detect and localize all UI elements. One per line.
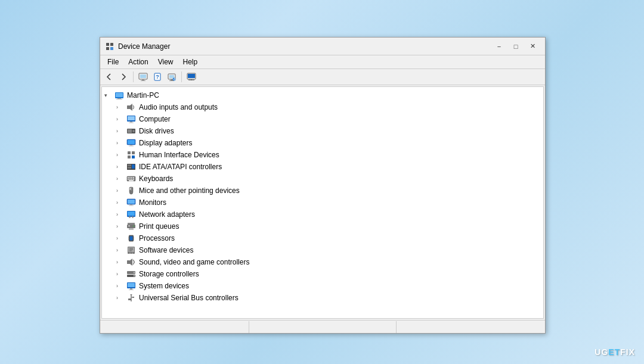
tree-item-monitors[interactable]: › Monitors: [114, 197, 543, 209]
watermark-prefix: UG: [595, 347, 608, 357]
tree-item-keyboard[interactable]: ›: [114, 173, 543, 185]
svg-rect-17: [188, 74, 195, 78]
root-label: Martin-PC: [127, 91, 159, 99]
tree-item-hid[interactable]: › Human Interface Devices: [114, 149, 543, 161]
svg-text:?: ?: [156, 74, 159, 80]
tree-item-ide[interactable]: › IDE ATA/ATAPI controllers: [114, 161, 543, 173]
tree-item-processor[interactable]: ›: [114, 232, 543, 244]
processor-icon: [126, 234, 137, 243]
svg-rect-54: [129, 181, 134, 182]
svg-rect-58: [128, 200, 135, 204]
tree-item-system[interactable]: › System devices: [114, 280, 543, 292]
toolbar-separator-2: [181, 71, 182, 82]
svg-rect-37: [128, 151, 131, 154]
storage-label: Storage controllers: [139, 270, 199, 278]
menu-view[interactable]: View: [153, 57, 178, 67]
svg-rect-39: [128, 155, 131, 158]
tree-root-node[interactable]: ▾ Martin-PC: [102, 89, 543, 101]
svg-rect-56: [130, 188, 131, 190]
svg-rect-30: [128, 129, 132, 133]
display-label: Display adapters: [139, 139, 192, 147]
keyboard-icon: [126, 174, 137, 183]
usb-expand-arrow: ›: [116, 295, 126, 301]
content-area: ▾ Martin-PC ›: [101, 86, 544, 319]
title-bar: Device Manager − □ ✕: [100, 38, 545, 55]
sound-icon: [126, 257, 137, 267]
svg-rect-73: [130, 237, 133, 241]
window-controls: − □ ✕: [491, 41, 540, 52]
audio-expand-arrow: ›: [116, 104, 126, 110]
svg-point-97: [134, 275, 135, 276]
svg-rect-26: [128, 116, 135, 120]
svg-point-71: [133, 226, 134, 227]
scan-hardware-button[interactable]: ↺: [165, 70, 178, 83]
processor-label: Processors: [139, 234, 175, 242]
tree-item-print[interactable]: › Print queues: [114, 220, 543, 232]
usb-icon: [126, 293, 137, 303]
svg-rect-60: [129, 206, 134, 206]
device-manager-window: Device Manager − □ ✕ File Action View He…: [100, 37, 546, 334]
back-button[interactable]: [103, 70, 116, 83]
svg-rect-52: [131, 179, 132, 180]
tree-item-software[interactable]: › Software devices: [114, 244, 543, 256]
svg-rect-36: [129, 146, 134, 147]
mice-label: Mice and other pointing devices: [139, 186, 240, 195]
print-expand-arrow: ›: [116, 223, 126, 229]
svg-rect-53: [133, 179, 134, 180]
root-expand-arrow: ▾: [104, 92, 114, 98]
hid-expand-arrow: ›: [116, 152, 126, 158]
forward-button[interactable]: [117, 70, 130, 83]
system-expand-arrow: ›: [116, 283, 126, 289]
minimize-button[interactable]: −: [491, 41, 507, 52]
tree-item-computer[interactable]: › Computer: [114, 113, 543, 125]
svg-rect-46: [128, 178, 129, 179]
svg-rect-69: [129, 228, 134, 230]
computer-expand-arrow: ›: [116, 116, 126, 122]
tree-view: ▾ Martin-PC ›: [102, 87, 543, 306]
help-button[interactable]: ?: [151, 70, 164, 83]
watermark-suffix: FIX: [620, 347, 635, 357]
svg-rect-50: [128, 179, 129, 180]
svg-rect-23: [116, 99, 122, 99]
svg-text:↺: ↺: [173, 77, 175, 81]
svg-rect-27: [130, 122, 132, 123]
tree-item-audio[interactable]: › Audio inputs and outputs: [114, 101, 543, 113]
tree-item-sound[interactable]: › Sound, video and game controllers: [114, 256, 543, 268]
svg-rect-28: [129, 123, 134, 123]
sound-label: Sound, video and game controllers: [139, 258, 249, 266]
tree-item-network[interactable]: › Network adapters: [114, 209, 543, 220]
properties-button[interactable]: [137, 70, 150, 83]
svg-rect-3: [110, 47, 113, 50]
tree-item-usb[interactable]: › Universal Serial Bus controllers: [114, 292, 543, 304]
tree-item-disk[interactable]: › Disk drives: [114, 125, 543, 137]
hid-label: Human Interface Devices: [139, 151, 219, 159]
storage-expand-arrow: ›: [116, 271, 126, 277]
tree-item-display[interactable]: › Display adapters: [114, 137, 543, 149]
window-icon: [105, 42, 114, 51]
software-expand-arrow: ›: [116, 247, 126, 253]
svg-point-96: [134, 272, 135, 273]
svg-rect-6: [142, 79, 144, 80]
monitors-label: Monitors: [139, 198, 166, 207]
ide-icon: [126, 162, 137, 172]
svg-rect-7: [141, 80, 145, 81]
network-label: Network adapters: [139, 210, 195, 219]
maximize-button[interactable]: □: [508, 41, 524, 52]
audio-label: Audio inputs and outputs: [139, 103, 218, 111]
svg-rect-24: [127, 105, 130, 109]
close-button[interactable]: ✕: [525, 41, 540, 52]
menu-file[interactable]: File: [103, 57, 123, 67]
software-label: Software devices: [139, 246, 193, 254]
menu-action[interactable]: Action: [123, 57, 153, 67]
disk-label: Disk drives: [139, 127, 174, 135]
print-icon: [126, 222, 137, 231]
tree-item-storage[interactable]: › Storage controllers: [114, 268, 543, 280]
menu-help[interactable]: Help: [178, 57, 203, 67]
svg-rect-49: [133, 178, 134, 179]
view-button[interactable]: [185, 70, 198, 83]
monitors-expand-arrow: ›: [116, 200, 126, 206]
mice-expand-arrow: ›: [116, 188, 126, 194]
hid-icon: [126, 150, 137, 160]
tree-item-mice[interactable]: › Mice and other pointing devices: [114, 185, 543, 197]
status-segment-1: [103, 321, 249, 333]
